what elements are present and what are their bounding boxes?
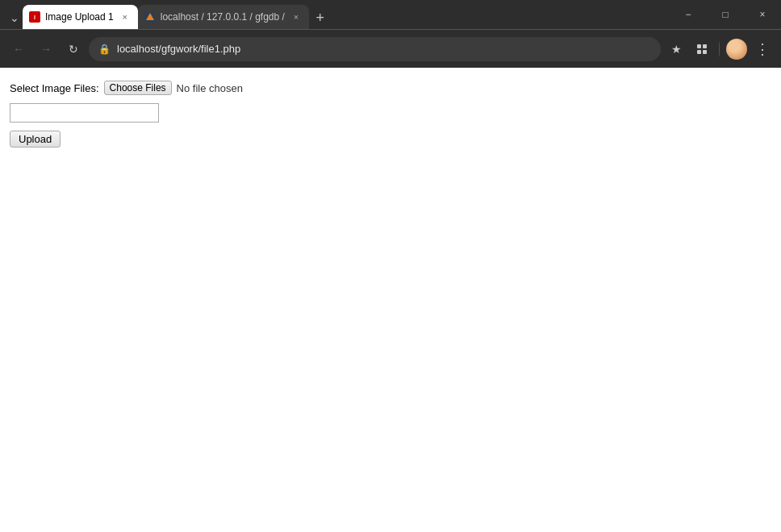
maximize-button[interactable]: □ <box>707 0 744 29</box>
file-input-label: Select Image Files: <box>10 82 99 94</box>
tab-title-gfgdb: localhost / 127.0.0.1 / gfgdb / <box>161 11 285 23</box>
window-controls: − □ × <box>670 0 781 29</box>
extension-button[interactable] <box>690 37 714 61</box>
minimize-button[interactable]: − <box>670 0 707 29</box>
tab-gfgdb[interactable]: localhost / 127.0.0.1 / gfgdb / × <box>138 5 309 29</box>
avatar <box>726 39 747 60</box>
tab-favicon-gfgdb <box>144 11 156 23</box>
no-file-text: No file chosen <box>177 82 243 94</box>
url-bar[interactable]: 🔒 localhost/gfgwork/file1.php <box>89 37 661 61</box>
back-button[interactable]: ← <box>6 37 31 61</box>
svg-rect-7 <box>703 50 707 54</box>
menu-button[interactable]: ⋮ <box>750 37 775 61</box>
svg-rect-5 <box>703 44 707 48</box>
svg-text:I: I <box>34 15 36 20</box>
upload-button[interactable]: Upload <box>10 131 61 148</box>
close-button[interactable]: × <box>744 0 781 29</box>
page-content: Select Image Files: Choose Files No file… <box>0 68 781 532</box>
account-button[interactable] <box>725 37 749 61</box>
url-text: localhost/gfgwork/file1.php <box>117 43 651 55</box>
tab-close-gfgdb[interactable]: × <box>290 10 303 23</box>
svg-rect-4 <box>697 44 701 48</box>
svg-rect-6 <box>697 50 701 54</box>
address-bar-actions: ★ ⋮ <box>664 37 775 61</box>
tab-image-upload[interactable]: I Image Upload 1 × <box>23 5 138 29</box>
text-input[interactable] <box>10 103 159 123</box>
lock-icon: 🔒 <box>98 44 111 55</box>
tab-favicon-image-upload: I <box>29 11 40 23</box>
reload-button[interactable]: ↻ <box>61 37 86 61</box>
address-bar: ← → ↻ 🔒 localhost/gfgwork/file1.php ★ <box>0 29 781 68</box>
tab-list-button[interactable]: ⌄ <box>6 6 23 29</box>
tab-close-image-upload[interactable]: × <box>119 10 132 23</box>
new-tab-button[interactable]: + <box>309 6 332 29</box>
forward-button[interactable]: → <box>34 37 58 61</box>
divider <box>719 41 720 57</box>
tab-title-image-upload: Image Upload 1 <box>45 11 114 23</box>
file-input-row: Select Image Files: Choose Files No file… <box>10 81 771 95</box>
tab-bar: ⌄ I Image Upload 1 × <box>0 0 781 29</box>
choose-files-button[interactable]: Choose Files <box>104 81 172 95</box>
bookmark-button[interactable]: ★ <box>664 37 688 61</box>
browser-window: ⌄ I Image Upload 1 × <box>0 0 781 532</box>
